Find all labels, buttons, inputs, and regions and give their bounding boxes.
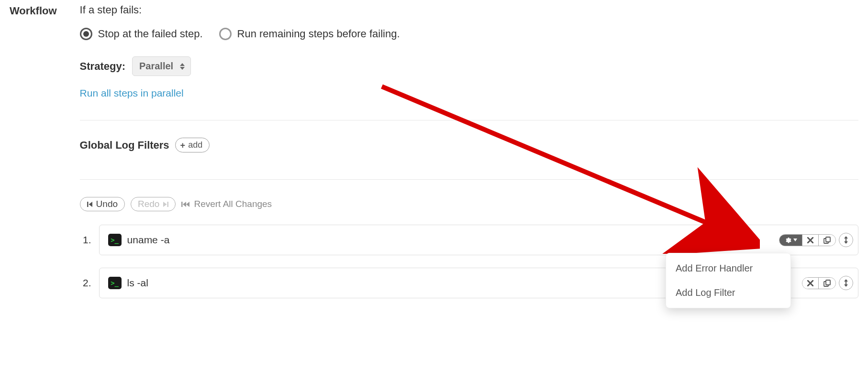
radio-stop-at-failed[interactable]: Stop at the failed step. bbox=[80, 28, 203, 40]
divider bbox=[80, 120, 858, 120]
radio-run-remaining[interactable]: Run remaining steps before failing. bbox=[219, 28, 400, 40]
strategy-label: Strategy: bbox=[80, 60, 125, 73]
svg-rect-0 bbox=[87, 202, 89, 207]
delete-step-button[interactable] bbox=[802, 278, 818, 289]
terminal-icon: >_ bbox=[108, 234, 122, 246]
global-log-filters-label: Global Log Filters bbox=[80, 139, 169, 152]
arrow-annotation bbox=[377, 82, 760, 254]
strategy-value: Parallel bbox=[139, 61, 173, 71]
undo-label: Undo bbox=[96, 199, 118, 209]
revert-all-button[interactable]: Revert All Changes bbox=[181, 199, 272, 209]
svg-line-6 bbox=[382, 87, 741, 237]
updown-icon bbox=[844, 279, 848, 287]
add-label: add bbox=[188, 140, 202, 150]
close-icon bbox=[807, 237, 813, 243]
step-command: ls -al bbox=[127, 277, 148, 289]
step-forward-icon bbox=[162, 201, 168, 207]
chevron-updown-icon bbox=[180, 63, 185, 70]
gear-menu-button[interactable] bbox=[779, 235, 802, 246]
radio-stop-label: Stop at the failed step. bbox=[98, 28, 203, 40]
undo-button[interactable]: Undo bbox=[80, 197, 125, 211]
step-number: 2. bbox=[80, 277, 91, 289]
copy-icon bbox=[823, 280, 831, 287]
fail-title: If a step fails: bbox=[80, 4, 858, 16]
radio-icon bbox=[219, 28, 232, 40]
run-parallel-link[interactable]: Run all steps in parallel bbox=[80, 87, 184, 99]
svg-rect-2 bbox=[181, 202, 183, 207]
terminal-icon: >_ bbox=[108, 277, 122, 289]
delete-step-button[interactable] bbox=[802, 235, 818, 246]
duplicate-step-button[interactable] bbox=[818, 278, 835, 289]
svg-rect-9 bbox=[846, 281, 846, 285]
add-log-filter-button[interactable]: + add bbox=[175, 138, 210, 152]
menu-add-error-handler[interactable]: Add Error Handler bbox=[666, 256, 790, 281]
step-card[interactable]: >_ uname -a bbox=[99, 225, 858, 255]
updown-icon bbox=[844, 236, 848, 244]
svg-rect-8 bbox=[826, 280, 830, 285]
divider bbox=[80, 179, 858, 180]
menu-add-log-filter[interactable]: Add Log Filter bbox=[666, 281, 790, 305]
duplicate-step-button[interactable] bbox=[818, 235, 835, 246]
step-number: 1. bbox=[80, 234, 91, 246]
rewind-icon bbox=[181, 201, 190, 207]
copy-icon bbox=[823, 237, 831, 244]
svg-rect-5 bbox=[846, 238, 846, 242]
drag-handle[interactable] bbox=[839, 276, 853, 290]
section-title: Workflow bbox=[10, 4, 57, 311]
svg-rect-4 bbox=[826, 237, 830, 242]
redo-label: Redo bbox=[138, 199, 159, 209]
gear-dropdown: Add Error Handler Add Log Filter bbox=[666, 253, 791, 308]
step-actions bbox=[779, 233, 853, 247]
plus-icon: + bbox=[180, 141, 186, 150]
drag-handle[interactable] bbox=[839, 233, 853, 247]
gear-icon bbox=[784, 237, 791, 244]
step-actions bbox=[802, 276, 853, 290]
radio-icon bbox=[80, 28, 92, 40]
svg-rect-1 bbox=[167, 202, 169, 207]
step-command: uname -a bbox=[127, 234, 170, 246]
redo-button[interactable]: Redo bbox=[131, 197, 176, 211]
revert-label: Revert All Changes bbox=[194, 199, 272, 209]
close-icon bbox=[807, 280, 813, 286]
strategy-select[interactable]: Parallel bbox=[132, 56, 191, 76]
caret-down-icon bbox=[793, 239, 797, 241]
radio-run-remaining-label: Run remaining steps before failing. bbox=[237, 28, 400, 40]
step-back-icon bbox=[87, 201, 93, 207]
